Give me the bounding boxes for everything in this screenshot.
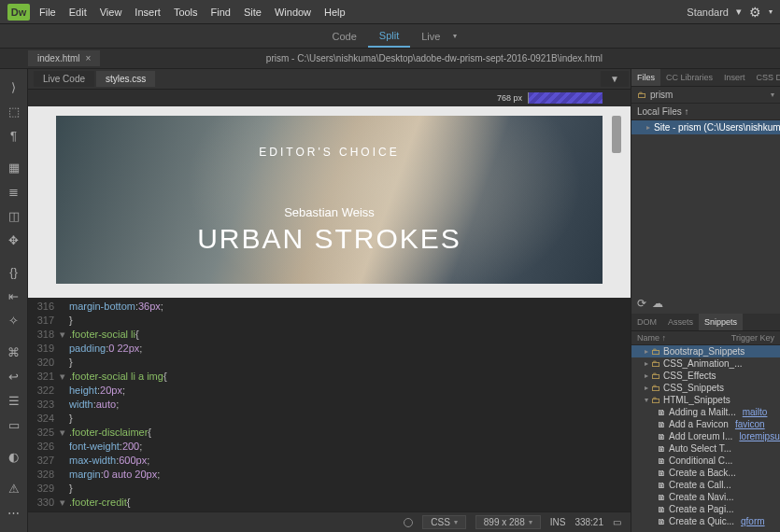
sub-tab-livecode[interactable]: Live Code — [34, 71, 94, 87]
wand-icon[interactable]: ✧ — [0, 308, 27, 332]
code-line[interactable]: 330▾ .footer-credit { — [30, 496, 631, 510]
scrollbar-thumb[interactable] — [612, 116, 621, 153]
close-icon[interactable]: × — [86, 53, 92, 63]
site-root-item[interactable]: ▸ Site - prism (C:\Users\nishkuma\D — [631, 120, 780, 134]
color-icon[interactable]: ◐ — [0, 444, 27, 469]
chevron-down-icon[interactable]: ▾ — [771, 91, 774, 99]
overflow-icon[interactable]: ▭ — [613, 517, 621, 527]
more-icon[interactable]: ⋯ — [0, 500, 27, 525]
code-line[interactable]: 325▾ .footer-disclaimer { — [30, 426, 631, 440]
document-tab[interactable]: index.html × — [28, 50, 100, 66]
chevron-right-icon[interactable]: ▸ — [646, 123, 650, 132]
snippet-folder[interactable]: ▸🗀CSS_Effects — [631, 370, 780, 382]
code-icon[interactable]: ⌘ — [0, 340, 27, 364]
chevron-icon[interactable]: ▸ — [645, 347, 648, 356]
code-line[interactable]: 320 } — [30, 356, 631, 370]
code-line[interactable]: 324 } — [30, 412, 631, 426]
snippet-item[interactable]: 🗎Create a Call... — [631, 479, 780, 491]
chevron-icon[interactable]: ▸ — [645, 359, 648, 368]
panel-tab-assets[interactable]: Assets — [662, 314, 699, 330]
col-trigger[interactable]: Trigger Key — [731, 333, 774, 343]
chevron-down-icon[interactable]: ▾ — [736, 6, 742, 18]
expand-panel-icon[interactable]: ⟩ — [0, 75, 27, 99]
cloud-icon[interactable]: ☁ — [652, 297, 663, 310]
viewport-size[interactable]: 899 x 288 ▾ — [475, 515, 541, 529]
code-line[interactable]: 329 } — [30, 482, 631, 496]
code-line[interactable]: 321▾ .footer-social li a img { — [30, 370, 631, 384]
text-icon[interactable]: ¶ — [0, 123, 27, 147]
menu-tools[interactable]: Tools — [174, 7, 198, 18]
menu-site[interactable]: Site — [244, 7, 262, 18]
panel-tab-cc-libraries[interactable]: CC Libraries — [660, 69, 718, 86]
code-line[interactable]: 331 font-weight: 200; — [30, 510, 631, 511]
panel-tab-snippets[interactable]: Snippets — [699, 314, 743, 330]
crop-icon[interactable]: ◫ — [0, 203, 27, 228]
panel-tab-insert[interactable]: Insert — [718, 69, 751, 86]
view-tab-live[interactable]: Live — [410, 26, 451, 47]
snippet-folder[interactable]: ▾🗀HTML_Snippets — [631, 394, 780, 406]
code-line[interactable]: 319 padding: 0 22px; — [30, 342, 631, 356]
brackets-icon[interactable]: {} — [0, 259, 27, 284]
panel-tab-css-designer[interactable]: CSS Designer — [751, 69, 780, 86]
workspace-switcher[interactable]: Standard — [687, 7, 729, 18]
menu-edit[interactable]: Edit — [69, 7, 87, 18]
refresh-icon[interactable]: ⟳ — [637, 297, 646, 310]
snippet-folder[interactable]: ▸🗀CSS_Snippets — [631, 382, 780, 394]
view-tab-code[interactable]: Code — [321, 26, 368, 47]
list-icon[interactable]: ≣ — [0, 179, 27, 203]
error-indicator-icon[interactable] — [404, 518, 413, 527]
col-name[interactable]: Name ↑ — [637, 333, 666, 343]
code-line[interactable]: 317 } — [30, 314, 631, 328]
snippet-item[interactable]: 🗎Add a Faviconfavicon — [631, 418, 780, 430]
move-icon[interactable]: ✥ — [0, 228, 27, 252]
chevron-icon[interactable]: ▸ — [645, 384, 648, 392]
code-line[interactable]: 316 margin-bottom: 36px; — [30, 300, 631, 314]
site-selector[interactable]: 🗀 prism ▾ — [631, 87, 780, 104]
snippet-item[interactable]: 🗎Create a Quic...qform — [631, 515, 780, 527]
snippet-item[interactable]: 🗎Create a Navi... — [631, 491, 780, 503]
filter-icon[interactable]: ▼ — [601, 71, 629, 87]
live-dropdown-icon[interactable]: ▾ — [451, 27, 459, 45]
snippet-item[interactable]: 🗎Conditional C... — [631, 455, 780, 467]
sub-tab-stylescss[interactable]: styles.css — [96, 71, 155, 87]
comment-icon[interactable]: ☰ — [0, 388, 27, 413]
dom-icon[interactable]: ⬚ — [0, 99, 27, 123]
code-line[interactable]: 328 margin: 0 auto 20px; — [30, 468, 631, 482]
live-preview[interactable]: EDITOR'S CHOICE Sebastian Weiss URBAN ST… — [28, 106, 631, 298]
language-selector[interactable]: CSS ▾ — [422, 515, 466, 529]
panel-tab-dom[interactable]: DOM — [631, 314, 662, 330]
code-editor[interactable]: 316 margin-bottom: 36px;317 }318▾ .foote… — [28, 298, 631, 511]
code-line[interactable]: 323 width: auto; — [30, 398, 631, 412]
local-files-header[interactable]: Local Files ↑ — [631, 104, 780, 120]
code-line[interactable]: 318▾ .footer-social li { — [30, 328, 631, 342]
snippet-item[interactable]: 🗎Create a Pagi... — [631, 503, 780, 515]
snippet-item[interactable]: 🗎Auto Select T... — [631, 442, 780, 455]
layout-icon[interactable]: ▦ — [0, 155, 27, 179]
menu-help[interactable]: Help — [324, 7, 346, 18]
outdent-icon[interactable]: ⇤ — [0, 284, 27, 308]
chevron-icon[interactable]: ▾ — [645, 396, 648, 404]
snippet-item[interactable]: 🗎Add Loreum I...loremipsum — [631, 430, 780, 442]
media-query-bar[interactable] — [528, 92, 603, 104]
insert-mode[interactable]: INS — [550, 517, 566, 527]
menu-insert[interactable]: Insert — [135, 7, 161, 18]
snippet-folder[interactable]: ▸🗀CSS_Animation_... — [631, 357, 780, 370]
chevron-icon[interactable]: ▸ — [645, 371, 648, 380]
chevron-down-icon[interactable]: ▾ — [769, 7, 773, 16]
snippets-tree[interactable]: ▸🗀Bootstrap_Snippets▸🗀CSS_Animation_...▸… — [631, 345, 780, 532]
view-tab-split[interactable]: Split — [368, 25, 410, 48]
wrap-icon[interactable]: ↩ — [0, 364, 27, 388]
gear-icon[interactable]: ⚙ — [749, 5, 761, 20]
snippet-item[interactable]: 🗎Create a Back... — [631, 467, 780, 479]
warning-icon[interactable]: ⚠ — [0, 476, 27, 500]
preview-icon[interactable]: ▭ — [0, 413, 27, 437]
code-line[interactable]: 326 font-weight: 200; — [30, 440, 631, 454]
snippet-item[interactable]: 🗎Adding a Mailt...mailto — [631, 406, 780, 418]
menu-window[interactable]: Window — [275, 7, 311, 18]
menu-file[interactable]: File — [39, 7, 56, 18]
menu-find[interactable]: Find — [211, 7, 231, 18]
code-line[interactable]: 327 max-width: 600px; — [30, 454, 631, 468]
code-line[interactable]: 322 height: 20px; — [30, 384, 631, 398]
panel-tab-files[interactable]: Files — [631, 69, 660, 86]
snippet-folder[interactable]: ▸🗀Bootstrap_Snippets — [631, 345, 780, 357]
